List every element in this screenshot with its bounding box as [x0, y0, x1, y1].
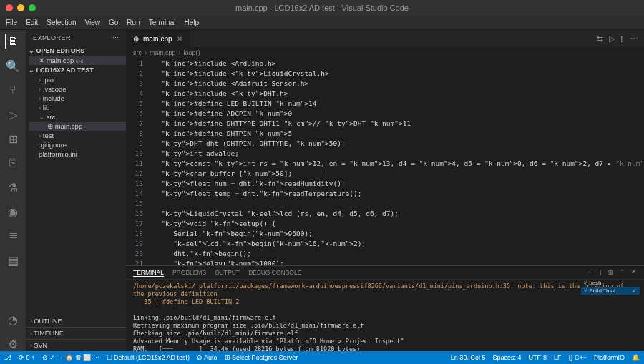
activity-bar: 🗎 🔍 ⑂ ▷ ⊞ ⎘ ⚗ ◉ ≣ ▤ ◔ ⚙ — [0, 30, 26, 351]
more-icon[interactable]: ⋯ — [112, 34, 119, 41]
tree-src[interactable]: src — [29, 112, 126, 122]
open-editors-section[interactable]: OPEN EDITORS — [26, 46, 126, 56]
menu-help[interactable]: Help — [185, 19, 200, 26]
terminal-list: ⑂ bash⑂ Build Task✓ — [581, 279, 640, 295]
trash-icon[interactable]: 🗑 — [608, 268, 614, 277]
breadcrumbs[interactable]: src › main.cpp › loop() — [126, 47, 644, 59]
run-icon[interactable]: ▷ — [609, 34, 615, 44]
tree-.pio[interactable]: .pio — [29, 75, 126, 84]
menu-run[interactable]: Run — [127, 19, 140, 26]
db-icon[interactable]: ≣ — [6, 229, 20, 243]
task-bash[interactable]: ⑂ bash — [581, 279, 640, 287]
tree-main.cpp[interactable]: ⊕ main.cpp — [29, 122, 126, 131]
explorer-title: EXPLORER — [33, 34, 71, 41]
split-terminal-icon[interactable]: ⫿ — [599, 268, 602, 277]
outline-section[interactable]: › OUTLINE — [26, 315, 126, 327]
status-item[interactable]: Ln 30, Col 5 — [451, 354, 486, 361]
status-item[interactable]: ⊞ Select Postgres Server — [225, 354, 298, 361]
search-icon[interactable]: 🔍 — [6, 59, 20, 73]
window-title: main.cpp - LCD16x2 AD test - Visual Stud… — [235, 4, 409, 12]
menu-go[interactable]: Go — [109, 19, 118, 26]
menu-terminal[interactable]: Terminal — [149, 19, 176, 26]
status-item[interactable]: ⎇ — [4, 354, 11, 361]
new-terminal-icon[interactable]: ＋ — [587, 268, 593, 277]
status-item[interactable]: {} C++ — [568, 354, 587, 361]
editor-tabs: ⊕main.cpp✕ ⇆▷⫿⋯ — [126, 30, 644, 47]
status-item[interactable]: 🔔 — [632, 354, 640, 361]
status-item[interactable]: ⟳ 0 ↑ — [19, 354, 35, 361]
panel-tab-debug[interactable]: DEBUG CONSOLE — [248, 269, 301, 276]
menu-file[interactable]: File — [6, 19, 17, 26]
tab-main-cpp[interactable]: ⊕main.cpp✕ — [126, 30, 190, 47]
compare-icon[interactable]: ⇆ — [597, 34, 603, 44]
status-item[interactable]: LF — [554, 354, 562, 361]
window-controls[interactable] — [6, 4, 36, 11]
svn-section[interactable]: › SVN — [26, 339, 126, 351]
sidebar: EXPLORER⋯ OPEN EDITORS ✕ main.cpp src LC… — [26, 30, 126, 351]
status-item[interactable]: PlatformIO — [594, 354, 625, 361]
panel-tab-terminal[interactable]: TERMINAL — [133, 269, 164, 277]
status-item[interactable]: ☐ Default (LCD16x2 AD test) — [107, 354, 190, 361]
panel-tab-output[interactable]: OUTPUT — [215, 269, 240, 276]
panel-tab-problems[interactable]: PROBLEMS — [172, 269, 206, 276]
close-icon[interactable]: ✕ — [177, 35, 182, 43]
gear-icon[interactable]: ⚙ — [6, 337, 20, 351]
tree-test[interactable]: test — [29, 131, 126, 140]
menu-selection[interactable]: Selection — [47, 19, 76, 26]
panel-tabs: TERMINAL PROBLEMS OUTPUT DEBUG CONSOLE ＋… — [126, 266, 644, 280]
debug-icon[interactable]: ▷ — [6, 107, 20, 122]
pio-icon[interactable]: ◉ — [6, 205, 20, 219]
extensions-icon[interactable]: ⊞ — [6, 132, 20, 146]
maximize-icon[interactable]: ⌃ — [620, 268, 625, 277]
explorer-icon[interactable]: 🗎 — [5, 34, 19, 49]
docker-icon[interactable]: ▤ — [6, 253, 20, 267]
status-bar: ⎇ ⟳ 0 ↑⊘ ✓ → 🏠 🗑 ⬜ ⋯☐ Default (LCD16x2 A… — [0, 351, 644, 364]
terminal-output[interactable]: /home/pczekalski/.platformio/packages/fr… — [126, 280, 644, 351]
split-icon[interactable]: ⫿ — [620, 34, 625, 43]
task-Build Task[interactable]: ⑂ Build Task✓ — [581, 287, 640, 295]
tree-.vscode[interactable]: .vscode — [29, 84, 126, 94]
scm-icon[interactable]: ⑂ — [6, 83, 20, 97]
titlebar: main.cpp - LCD16x2 AD test - Visual Stud… — [0, 0, 644, 16]
editor-group: ⊕main.cpp✕ ⇆▷⫿⋯ src › main.cpp › loop() … — [126, 30, 644, 351]
open-editor-item[interactable]: ✕ main.cpp src — [29, 56, 126, 65]
more-icon[interactable]: ⋯ — [630, 34, 638, 44]
tree-lib[interactable]: lib — [29, 103, 126, 112]
close-panel-icon[interactable]: ✕ — [631, 268, 637, 277]
code-editor[interactable]: 1234567891011121314151617181920212223242… — [126, 59, 644, 265]
account-icon[interactable]: ◔ — [6, 313, 20, 327]
status-item[interactable]: Spaces: 4 — [492, 354, 521, 361]
panel: TERMINAL PROBLEMS OUTPUT DEBUG CONSOLE ＋… — [126, 265, 644, 351]
project-section[interactable]: LCD16X2 AD TEST — [26, 65, 126, 75]
menubar: FileEditSelectionViewGoRunTerminalHelp — [0, 16, 644, 30]
menu-view[interactable]: View — [85, 19, 101, 26]
test-icon[interactable]: ⚗ — [6, 180, 20, 195]
remote-icon[interactable]: ⎘ — [6, 156, 20, 170]
status-item[interactable]: UTF-8 — [528, 354, 547, 361]
status-item[interactable]: ⊘ Auto — [197, 354, 218, 361]
status-item[interactable]: ⊘ ✓ → 🏠 🗑 ⬜ ⋯ — [42, 354, 99, 361]
menu-edit[interactable]: Edit — [26, 19, 38, 26]
tree-include[interactable]: include — [29, 94, 126, 103]
minimap[interactable] — [610, 59, 644, 265]
tree-platformio.ini[interactable]: platformio.ini — [29, 149, 126, 159]
timeline-section[interactable]: › TIMELINE — [26, 327, 126, 339]
tree-.gitignore[interactable]: .gitignore — [29, 140, 126, 149]
